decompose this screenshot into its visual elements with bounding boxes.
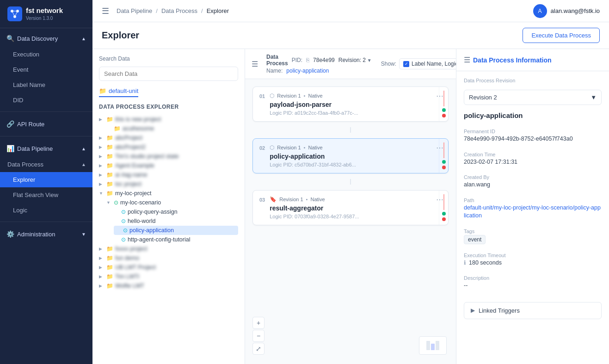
sidebar-sub-data-process[interactable]: Data Process ▲ [0, 157, 92, 172]
folder-icon: 📁 [99, 87, 106, 94]
canvas-list-icon-button[interactable]: ☰ [252, 60, 258, 68]
list-icon: ☰ [464, 56, 470, 64]
execute-data-process-button[interactable]: Execute Data Process [523, 28, 600, 43]
process-card-2[interactable]: 02 ⬡ Revision 1 • Native policy-applicat… [252, 138, 449, 173]
connector-1-2 [252, 127, 449, 133]
dp-info: Data Process PID: ⎘ 78e4e99 Revision: 2 … [266, 54, 372, 74]
data-pipeline-icon: 📊 [6, 145, 14, 152]
tree-item-my-loc-scenario[interactable]: ▼ ⊙ my-loc-scenario [106, 198, 238, 207]
copy-icon[interactable]: ⎘ [306, 57, 309, 63]
sidebar-header-api-route[interactable]: 🔗 API Route [0, 116, 92, 132]
info-value-path: default-unit/my-loc-project/my-loc-scena… [464, 204, 602, 220]
chevron-right-icon: ▶ [99, 182, 105, 186]
dp-label: Data Process [266, 54, 288, 67]
revision-label: Revision: [338, 57, 361, 63]
show-select-dropdown[interactable]: ✓ Label Name, Logic Tag, Agent... ▼ [399, 58, 456, 69]
svg-rect-0 [7, 6, 22, 21]
hamburger-button[interactable]: ☰ [102, 6, 109, 16]
search-input[interactable] [99, 67, 238, 81]
info-row-created-by: Created By alan.wang [464, 174, 602, 189]
info-label-creation-time: Creation Time [464, 152, 602, 157]
list-item[interactable]: ▶ 📁 fun demo [99, 253, 238, 263]
list-item[interactable]: ▶ 📁 abcProject2 [99, 142, 238, 152]
sidebar-item-explorer[interactable]: Explorer [0, 172, 92, 187]
administration-icon: ⚙️ [6, 230, 14, 238]
breadcrumb-explorer: Explorer [207, 7, 229, 14]
sidebar-item-event[interactable]: Event [0, 62, 92, 77]
chevron-down-icon-admin: ▼ [81, 232, 86, 237]
breadcrumb-data-process[interactable]: Data Process [161, 7, 197, 14]
card-pid-3: Logic PID: 0703f0a9-0328-4e27-9587... [270, 214, 437, 219]
revision-value: 2 [363, 57, 366, 63]
list-item[interactable]: ▶ 📁 fxxxx project [99, 244, 238, 253]
tree-item-my-loc-project[interactable]: ▼ 📁 my-loc-project [99, 189, 238, 198]
card-native-2: Native [308, 145, 322, 150]
fit-button[interactable]: ⤢ [252, 343, 265, 355]
tree-item-http-agent-config-tutorial[interactable]: ⊙ http-agent-config-tutorial [114, 235, 238, 244]
list-item[interactable]: ▶ 📁 ai #ag-name [99, 170, 238, 179]
status-dot-red-3 [442, 217, 446, 221]
sidebar-item-logic[interactable]: Logic [0, 203, 92, 218]
show-checkbox: ✓ [403, 61, 409, 67]
mini-map [419, 336, 447, 355]
data-pipeline-label: Data Pipeline [17, 145, 53, 152]
sidebar-header-data-pipeline[interactable]: 📊 Data Pipeline ▲ [0, 140, 92, 157]
canvas-controls: + − ⤢ [252, 317, 265, 355]
info-row-tags: Tags event [464, 228, 602, 244]
revision-select-dropdown[interactable]: Revision 2 ▼ [464, 90, 602, 105]
sidebar-item-label-name[interactable]: Label Name [0, 77, 92, 93]
breadcrumb-data-pipeline[interactable]: Data Pipeline [117, 7, 152, 14]
process-card-1[interactable]: 01 ⬡ Revision 1 • Native payload-json-pa… [252, 86, 449, 122]
sidebar-header-administration[interactable]: ⚙️ Administration ▼ [0, 226, 92, 242]
dp-pid-value: 78e4e99 [313, 57, 335, 63]
list-item[interactable]: ▶ 📁 Wolfie LMT [99, 281, 238, 290]
breadcrumb-sep-1: / [156, 7, 158, 14]
info-panel-body: Data Process Revision Revision 2 ▼ polic… [456, 71, 609, 326]
chevron-right-icon: ▶ [471, 307, 475, 314]
unit-label[interactable]: 📁 default-unit [99, 86, 138, 97]
chevron-right-icon: ▶ [99, 117, 105, 122]
sidebar-item-execution[interactable]: Execution [0, 47, 92, 62]
dp-revision[interactable]: Revision: 2 ▼ [338, 57, 372, 63]
data-discovery-icon: 🔍 [6, 35, 14, 42]
show-label: Show: [381, 61, 396, 67]
list-item[interactable]: ▶ 📁 UB LMT Project [99, 263, 238, 272]
linked-triggers-section[interactable]: ▶ Linked Triggers [464, 302, 602, 319]
status-dot-green-1 [442, 108, 446, 112]
folder-icon: 📁 [106, 116, 113, 123]
list-item[interactable]: ▶ 📁 Tim LMTI [99, 272, 238, 281]
api-route-label: API Route [17, 121, 44, 128]
card-revision-2: Revision 1 [277, 145, 301, 150]
chevron-up-icon-dp: ▲ [81, 162, 86, 167]
folder-icon: 📁 [106, 190, 113, 197]
dp-name-value: policy-application [286, 68, 329, 74]
list-item[interactable]: ▶ 📁 loc project [99, 179, 238, 189]
folder-icon: 📁 [106, 172, 113, 178]
dp-name-label: Name: [266, 68, 283, 74]
process-card-3[interactable]: 03 🔖 Revision 1 • Native result-aggregat… [252, 190, 449, 225]
tree-item-policy-application[interactable]: ⊙ policy-application [114, 226, 238, 235]
tree-item-hello-world[interactable]: ⊙ hello-world [114, 216, 238, 226]
card-native-3: Native [310, 197, 325, 202]
card-native-1: Native [308, 93, 322, 99]
list-item[interactable]: ▶ 📁 Tim's studio project state [99, 152, 238, 161]
list-item[interactable]: 📁 acuthesome [106, 124, 238, 133]
chevron-right-icon: ▶ [99, 256, 105, 260]
list-item[interactable]: ▶ 📁 Agent Example [99, 161, 238, 170]
card-pid-1: Logic PID: a019c2cc-f3aa-4fb0-a77c-... [270, 110, 437, 116]
list-item[interactable]: ▶ 📁 abcProject [99, 133, 238, 142]
file-tree: ▶ 📁 this is new project 📁 acuthesome ▶ [99, 115, 238, 290]
info-row-description: Description -- [464, 275, 602, 290]
zoom-out-button[interactable]: − [252, 330, 265, 342]
folder-icon: 📁 [106, 162, 113, 169]
sidebar-header-data-discovery[interactable]: 🔍 Data Discovery ▲ [0, 30, 92, 47]
breadcrumb-sep-2: / [201, 7, 203, 14]
sidebar-item-flat-search-view[interactable]: Flat Search View [0, 187, 92, 203]
list-item[interactable]: ▶ 📁 this is new project [99, 115, 238, 124]
node-icon: ⊙ [121, 218, 126, 224]
chevron-right-icon: ▶ [99, 173, 105, 177]
zoom-in-button[interactable]: + [252, 317, 265, 329]
sidebar-item-did[interactable]: DID [0, 93, 92, 108]
info-label-created-by: Created By [464, 174, 602, 180]
tree-item-policy-query-assign[interactable]: ⊙ policy-query-assign [114, 207, 238, 216]
